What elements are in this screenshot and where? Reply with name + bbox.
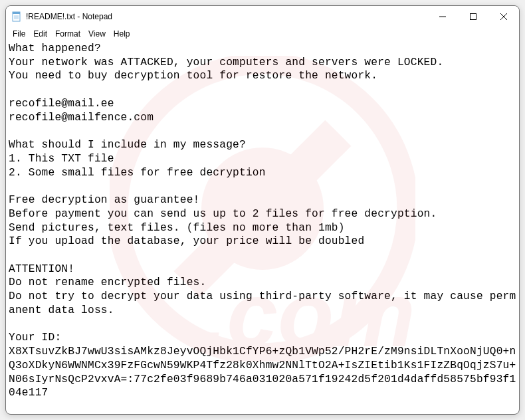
close-button[interactable] <box>488 6 519 27</box>
menu-format[interactable]: Format <box>51 28 84 40</box>
menu-file[interactable]: File <box>9 28 29 40</box>
notepad-window: !README!.txt - Notepad File Edit Format … <box>5 5 520 415</box>
text-area[interactable]: What happened? Your network was ATTACKED… <box>6 41 519 414</box>
titlebar: !README!.txt - Notepad <box>6 6 519 27</box>
maximize-button[interactable] <box>458 6 488 27</box>
notepad-icon <box>11 11 22 22</box>
svg-rect-6 <box>471 14 476 20</box>
menu-help[interactable]: Help <box>110 28 134 40</box>
menubar: File Edit Format View Help <box>6 27 519 41</box>
svg-rect-1 <box>13 12 20 14</box>
title-left: !README!.txt - Notepad <box>11 11 112 22</box>
minimize-button[interactable] <box>427 6 458 27</box>
window-title: !README!.txt - Notepad <box>26 12 112 21</box>
menu-view[interactable]: View <box>84 28 110 40</box>
window-controls <box>427 6 519 27</box>
menu-edit[interactable]: Edit <box>29 28 51 40</box>
